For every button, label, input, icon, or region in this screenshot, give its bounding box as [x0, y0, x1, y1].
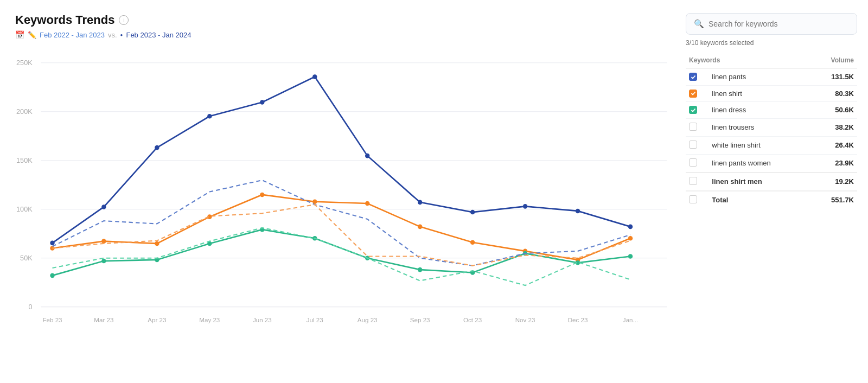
green-solid-dot: [101, 259, 106, 264]
svg-text:0: 0: [29, 303, 33, 311]
orange-solid-dot: [101, 239, 106, 244]
keyword-volume: 19.2K: [811, 173, 857, 191]
orange-solid-dot: [418, 225, 422, 229]
keyword-checkbox[interactable]: [689, 177, 697, 185]
keyword-name: linen pants women: [709, 154, 810, 173]
svg-text:Apr 23: Apr 23: [148, 316, 166, 323]
keyword-volume: 50.6K: [811, 102, 857, 119]
sidebar: 🔍 3/10 keywords selected Keywords Volume…: [673, 13, 857, 374]
table-row: linen pants women 23.9K: [686, 154, 857, 173]
svg-text:Aug 23: Aug 23: [358, 316, 378, 323]
calendar-icon: 📅: [15, 30, 24, 39]
keyword-name: linen trousers: [709, 118, 810, 136]
svg-text:Oct 23: Oct 23: [463, 316, 482, 323]
col-volume: Volume: [811, 54, 857, 69]
keyword-checkbox[interactable]: [689, 106, 697, 114]
keyword-checkbox[interactable]: [689, 158, 697, 167]
table-row: linen trousers 38.2K: [686, 118, 857, 136]
trends-chart: 250K 200K 150K 100K 50K 0 Feb 23 Mar 23 …: [15, 49, 673, 374]
table-row: white linen shirt 26.4K: [686, 136, 857, 154]
page-title: Keywords Trends: [15, 13, 114, 27]
period-1-label: Feb 2022 - Jan 2023: [40, 31, 105, 39]
keyword-checkbox[interactable]: [689, 73, 697, 81]
vs-label: vs.: [108, 31, 117, 39]
svg-text:May 23: May 23: [199, 316, 220, 323]
keyword-volume: 38.2K: [811, 118, 857, 136]
table-row: linen shirt 80.3K: [686, 85, 857, 102]
blue-solid-dot: [523, 204, 527, 209]
blue-dashed-line: [53, 180, 631, 266]
main-container: Keywords Trends i 📅 ✏️ Feb 2022 - Jan 20…: [0, 0, 868, 383]
orange-solid-dot: [365, 201, 369, 206]
orange-solid-dot: [155, 241, 159, 246]
svg-text:50K: 50K: [20, 254, 33, 262]
blue-solid-dot: [576, 209, 580, 214]
blue-solid-dot: [260, 100, 264, 105]
col-keywords: Keywords: [686, 54, 811, 69]
keywords-table: Keywords Volume linen pants 131.5K linen…: [686, 54, 857, 209]
svg-text:Jun 23: Jun 23: [253, 316, 272, 323]
keyword-name: linen shirt men: [709, 173, 810, 191]
svg-text:Jan...: Jan...: [623, 316, 638, 323]
blue-solid-dot: [365, 154, 369, 158]
svg-text:Nov 23: Nov 23: [515, 316, 535, 323]
chart-wrapper: 250K 200K 150K 100K 50K 0 Feb 23 Mar 23 …: [15, 49, 673, 374]
keyword-name: linen pants: [709, 69, 810, 86]
title-row: Keywords Trends i: [15, 13, 673, 27]
keyword-checkbox[interactable]: [689, 90, 697, 98]
blue-solid-dot: [470, 210, 475, 215]
orange-solid-dot: [470, 240, 475, 245]
info-icon[interactable]: i: [119, 15, 129, 25]
period-2-label: Feb 2023 - Jan 2024: [126, 31, 191, 39]
svg-text:Feb 23: Feb 23: [42, 316, 62, 323]
green-solid-dot: [628, 254, 633, 259]
orange-solid-dot: [628, 236, 633, 241]
svg-text:100K: 100K: [16, 205, 33, 213]
blue-solid-dot: [418, 200, 422, 205]
orange-solid-dot: [260, 193, 264, 197]
keyword-checkbox[interactable]: [689, 141, 697, 149]
table-row: linen pants 131.5K: [686, 69, 857, 86]
search-box[interactable]: 🔍: [686, 13, 857, 35]
table-row: linen dress 50.6K: [686, 102, 857, 119]
keyword-name: linen dress: [709, 102, 810, 119]
search-input[interactable]: [709, 20, 849, 28]
total-label: Total: [709, 191, 810, 209]
keyword-name: linen shirt: [709, 85, 810, 102]
keyword-volume: 80.3K: [811, 85, 857, 102]
orange-solid-line: [53, 195, 631, 260]
total-volume: 551.7K: [811, 191, 857, 209]
keyword-volume: 26.4K: [811, 136, 857, 154]
keyword-checkbox[interactable]: [689, 123, 697, 131]
svg-text:Mar 23: Mar 23: [94, 316, 113, 323]
svg-text:150K: 150K: [16, 156, 33, 164]
blue-solid-line: [53, 76, 631, 242]
keyword-name: white linen shirt: [709, 136, 810, 154]
keyword-volume: 23.9K: [811, 154, 857, 173]
green-solid-dot: [50, 273, 54, 278]
keyword-volume: 131.5K: [811, 69, 857, 86]
svg-text:Jul 23: Jul 23: [307, 316, 323, 323]
blue-solid-dot: [628, 225, 633, 229]
date-row: 📅 ✏️ Feb 2022 - Jan 2023 vs. ● Feb 2023 …: [15, 30, 673, 39]
chart-section: Keywords Trends i 📅 ✏️ Feb 2022 - Jan 20…: [15, 13, 673, 374]
total-checkbox[interactable]: [689, 195, 697, 203]
svg-text:Dec 23: Dec 23: [568, 316, 588, 323]
green-solid-dot: [418, 267, 422, 272]
blue-solid-dot: [155, 145, 159, 150]
blue-solid-dot: [101, 205, 106, 209]
blue-solid-dot: [50, 241, 54, 246]
search-icon: 🔍: [694, 19, 704, 29]
table-row: linen shirt men 19.2K: [686, 173, 857, 191]
svg-text:200K: 200K: [16, 107, 33, 116]
svg-text:Sep 23: Sep 23: [410, 316, 430, 323]
svg-text:250K: 250K: [16, 59, 33, 67]
selected-count: 3/10 keywords selected: [686, 39, 857, 47]
blue-solid-dot: [312, 74, 317, 79]
blue-solid-dot: [207, 114, 212, 119]
